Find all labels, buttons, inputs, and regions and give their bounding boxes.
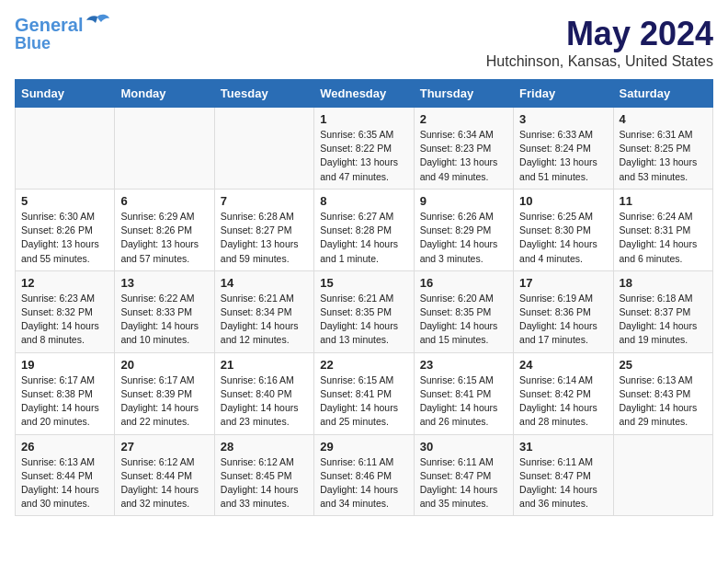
calendar-cell: 30Sunrise: 6:11 AM Sunset: 8:47 PM Dayli…: [414, 434, 513, 516]
day-info: Sunrise: 6:23 AM Sunset: 8:32 PM Dayligh…: [21, 292, 108, 348]
day-info: Sunrise: 6:15 AM Sunset: 8:41 PM Dayligh…: [320, 373, 407, 430]
day-info: Sunrise: 6:34 AM Sunset: 8:23 PM Dayligh…: [420, 128, 507, 184]
day-number: 14: [221, 276, 308, 290]
day-info: Sunrise: 6:12 AM Sunset: 8:45 PM Dayligh…: [221, 455, 308, 511]
calendar-cell: 5Sunrise: 6:30 AM Sunset: 8:26 PM Daylig…: [16, 189, 115, 270]
day-number: 29: [320, 440, 407, 454]
day-header-tuesday: Tuesday: [214, 80, 313, 108]
day-info: Sunrise: 6:19 AM Sunset: 8:36 PM Dayligh…: [519, 292, 607, 348]
day-number: 5: [21, 194, 108, 208]
day-info: Sunrise: 6:17 AM Sunset: 8:39 PM Dayligh…: [120, 373, 208, 430]
day-info: Sunrise: 6:18 AM Sunset: 8:37 PM Dayligh…: [620, 292, 707, 348]
day-number: 18: [620, 276, 707, 290]
calendar-cell: 22Sunrise: 6:15 AM Sunset: 8:41 PM Dayli…: [314, 352, 414, 434]
day-info: Sunrise: 6:26 AM Sunset: 8:29 PM Dayligh…: [420, 210, 507, 266]
calendar-cell: 17Sunrise: 6:19 AM Sunset: 8:36 PM Dayli…: [514, 270, 613, 352]
day-info: Sunrise: 6:20 AM Sunset: 8:35 PM Dayligh…: [420, 292, 507, 348]
calendar-cell: 31Sunrise: 6:11 AM Sunset: 8:47 PM Dayli…: [514, 434, 613, 516]
day-number: 12: [21, 276, 108, 290]
calendar-cell: [214, 108, 313, 190]
day-info: Sunrise: 6:31 AM Sunset: 8:25 PM Dayligh…: [620, 128, 707, 184]
calendar-cell: 25Sunrise: 6:13 AM Sunset: 8:43 PM Dayli…: [613, 352, 712, 434]
days-of-week-row: SundayMondayTuesdayWednesdayThursdayFrid…: [16, 80, 713, 108]
day-number: 6: [120, 194, 208, 208]
calendar-table: SundayMondayTuesdayWednesdayThursdayFrid…: [15, 79, 713, 516]
calendar-cell: 7Sunrise: 6:28 AM Sunset: 8:27 PM Daylig…: [214, 189, 313, 270]
calendar-cell: [613, 434, 712, 516]
calendar-title: May 2024: [486, 15, 713, 53]
day-info: Sunrise: 6:29 AM Sunset: 8:26 PM Dayligh…: [120, 210, 208, 266]
calendar-cell: 13Sunrise: 6:22 AM Sunset: 8:33 PM Dayli…: [115, 270, 214, 352]
week-row-3: 12Sunrise: 6:23 AM Sunset: 8:32 PM Dayli…: [16, 270, 713, 352]
day-info: Sunrise: 6:16 AM Sunset: 8:40 PM Dayligh…: [221, 373, 308, 430]
day-info: Sunrise: 6:12 AM Sunset: 8:44 PM Dayligh…: [120, 455, 208, 511]
logo-text: General: [15, 15, 83, 35]
day-info: Sunrise: 6:25 AM Sunset: 8:30 PM Dayligh…: [519, 210, 607, 266]
day-info: Sunrise: 6:24 AM Sunset: 8:31 PM Dayligh…: [620, 210, 707, 266]
day-info: Sunrise: 6:13 AM Sunset: 8:43 PM Dayligh…: [620, 373, 707, 430]
calendar-cell: 20Sunrise: 6:17 AM Sunset: 8:39 PM Dayli…: [115, 352, 214, 434]
day-info: Sunrise: 6:11 AM Sunset: 8:47 PM Dayligh…: [420, 455, 507, 511]
calendar-cell: 15Sunrise: 6:21 AM Sunset: 8:35 PM Dayli…: [314, 270, 414, 352]
calendar-cell: 29Sunrise: 6:11 AM Sunset: 8:46 PM Dayli…: [314, 434, 414, 516]
calendar-cell: 8Sunrise: 6:27 AM Sunset: 8:28 PM Daylig…: [314, 189, 414, 270]
calendar-cell: 24Sunrise: 6:14 AM Sunset: 8:42 PM Dayli…: [514, 352, 613, 434]
calendar-cell: 9Sunrise: 6:26 AM Sunset: 8:29 PM Daylig…: [414, 189, 513, 270]
day-info: Sunrise: 6:21 AM Sunset: 8:34 PM Dayligh…: [221, 292, 308, 348]
day-number: 13: [120, 276, 208, 290]
day-info: Sunrise: 6:35 AM Sunset: 8:22 PM Dayligh…: [320, 128, 407, 184]
week-row-1: 1Sunrise: 6:35 AM Sunset: 8:22 PM Daylig…: [16, 108, 713, 190]
day-header-sunday: Sunday: [16, 80, 115, 108]
day-number: 20: [120, 358, 208, 372]
day-number: 30: [420, 440, 507, 454]
calendar-cell: 14Sunrise: 6:21 AM Sunset: 8:34 PM Dayli…: [214, 270, 313, 352]
calendar-cell: 18Sunrise: 6:18 AM Sunset: 8:37 PM Dayli…: [613, 270, 712, 352]
day-number: 17: [519, 276, 607, 290]
day-number: 11: [620, 194, 707, 208]
day-info: Sunrise: 6:17 AM Sunset: 8:38 PM Dayligh…: [21, 373, 108, 430]
day-info: Sunrise: 6:28 AM Sunset: 8:27 PM Dayligh…: [221, 210, 308, 266]
calendar-cell: 19Sunrise: 6:17 AM Sunset: 8:38 PM Dayli…: [16, 352, 115, 434]
day-info: Sunrise: 6:21 AM Sunset: 8:35 PM Dayligh…: [320, 292, 407, 348]
day-info: Sunrise: 6:27 AM Sunset: 8:28 PM Dayligh…: [320, 210, 407, 266]
day-number: 31: [519, 440, 607, 454]
day-number: 4: [620, 112, 707, 126]
day-number: 9: [420, 194, 507, 208]
day-number: 23: [420, 358, 507, 372]
day-number: 27: [120, 440, 208, 454]
day-info: Sunrise: 6:22 AM Sunset: 8:33 PM Dayligh…: [120, 292, 208, 348]
logo-bird-icon: [85, 13, 110, 33]
day-number: 16: [420, 276, 507, 290]
day-header-wednesday: Wednesday: [314, 80, 414, 108]
week-row-5: 26Sunrise: 6:13 AM Sunset: 8:44 PM Dayli…: [16, 434, 713, 516]
day-header-friday: Friday: [514, 80, 613, 108]
day-number: 15: [320, 276, 407, 290]
calendar-cell: 27Sunrise: 6:12 AM Sunset: 8:44 PM Dayli…: [115, 434, 214, 516]
day-number: 28: [221, 440, 308, 454]
calendar-cell: 4Sunrise: 6:31 AM Sunset: 8:25 PM Daylig…: [613, 108, 712, 190]
title-block: May 2024 Hutchinson, Kansas, United Stat…: [486, 15, 713, 70]
calendar-cell: [115, 108, 214, 190]
day-header-saturday: Saturday: [613, 80, 712, 108]
calendar-cell: 28Sunrise: 6:12 AM Sunset: 8:45 PM Dayli…: [214, 434, 313, 516]
calendar-cell: [16, 108, 115, 190]
day-info: Sunrise: 6:33 AM Sunset: 8:24 PM Dayligh…: [519, 128, 607, 184]
day-number: 2: [420, 112, 507, 126]
day-number: 21: [221, 358, 308, 372]
calendar-header: SundayMondayTuesdayWednesdayThursdayFrid…: [16, 80, 713, 108]
calendar-cell: 11Sunrise: 6:24 AM Sunset: 8:31 PM Dayli…: [613, 189, 712, 270]
calendar-cell: 26Sunrise: 6:13 AM Sunset: 8:44 PM Dayli…: [16, 434, 115, 516]
week-row-4: 19Sunrise: 6:17 AM Sunset: 8:38 PM Dayli…: [16, 352, 713, 434]
calendar-cell: 12Sunrise: 6:23 AM Sunset: 8:32 PM Dayli…: [16, 270, 115, 352]
week-row-2: 5Sunrise: 6:30 AM Sunset: 8:26 PM Daylig…: [16, 189, 713, 270]
day-info: Sunrise: 6:14 AM Sunset: 8:42 PM Dayligh…: [519, 373, 607, 430]
calendar-cell: 23Sunrise: 6:15 AM Sunset: 8:41 PM Dayli…: [414, 352, 513, 434]
logo: General Blue: [15, 15, 110, 53]
day-info: Sunrise: 6:11 AM Sunset: 8:47 PM Dayligh…: [519, 455, 607, 511]
day-number: 25: [620, 358, 707, 372]
day-number: 22: [320, 358, 407, 372]
calendar-body: 1Sunrise: 6:35 AM Sunset: 8:22 PM Daylig…: [16, 108, 713, 516]
day-number: 8: [320, 194, 407, 208]
day-info: Sunrise: 6:11 AM Sunset: 8:46 PM Dayligh…: [320, 455, 407, 511]
day-number: 3: [519, 112, 607, 126]
